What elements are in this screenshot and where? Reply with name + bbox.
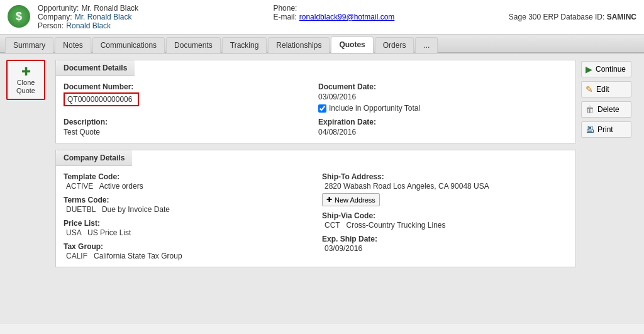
delete-icon: 🗑 <box>586 104 594 114</box>
template-code-label: Template Code: <box>64 172 309 181</box>
header-db: Sage 300 ERP Database ID: SAMINC <box>509 13 636 21</box>
doc-date-field: Document Date: 03/09/2016 Include in Opp… <box>318 82 568 113</box>
clone-icon: ✚ <box>10 65 42 79</box>
new-address-button[interactable]: ✚ New Address <box>322 193 380 206</box>
doc-number-value: QT0000000000006 <box>64 92 139 106</box>
opportunity-label: Opportunity: <box>38 4 79 13</box>
price-list-field: Price List: USA US Price List <box>64 219 309 237</box>
ship-via-label: Ship-Via Code: <box>322 211 568 220</box>
print-button[interactable]: 🖶 Print <box>581 121 631 138</box>
db-label: Sage 300 ERP Database ID: <box>509 13 605 21</box>
ship-to-label: Ship-To Address: <box>322 172 568 181</box>
doc-number-field: Document Number: QT0000000000006 <box>64 82 313 113</box>
tab-tracking[interactable]: Tracking <box>222 37 267 53</box>
company-details-tab: Company Details <box>56 150 132 166</box>
clone-quote-label: Clone Quote <box>10 79 42 95</box>
app-logo: $ <box>8 5 30 28</box>
right-panel: ▶ Continue ✎ Edit 🗑 Delete 🖶 Print <box>581 60 638 318</box>
tab-summary[interactable]: Summary <box>5 37 53 53</box>
description-field: Description: Test Quote <box>64 118 313 136</box>
tabs-bar: Summary Notes Communications Documents T… <box>0 35 644 53</box>
email-value[interactable]: ronaldblack99@hotmail.com <box>299 13 395 21</box>
ship-to-field: Ship-To Address: 2820 Wabash Road Los An… <box>322 172 568 206</box>
tab-documents[interactable]: Documents <box>166 37 221 53</box>
company-details-content: Template Code: ACTIVE Active orders Term… <box>56 166 575 267</box>
continue-label: Continue <box>596 65 626 74</box>
continue-icon: ▶ <box>586 64 592 74</box>
company-left: Template Code: ACTIVE Active orders Term… <box>64 172 309 260</box>
tax-group-label: Tax Group: <box>64 242 309 251</box>
edit-label: Edit <box>596 85 609 94</box>
ship-via-field: Ship-Via Code: CCT Cross-Country Truckin… <box>322 211 568 230</box>
price-list-label: Price List: <box>64 219 309 228</box>
company-label: Company: <box>38 13 72 21</box>
tab-more[interactable]: ... <box>415 37 438 53</box>
phone-label: Phone: <box>273 4 297 13</box>
left-panel: ✚ Clone Quote <box>6 60 50 318</box>
header: $ Opportunity: Mr. Ronald Black Company:… <box>0 0 644 35</box>
doc-number-label: Document Number: <box>64 82 313 91</box>
exp-ship-label: Exp. Ship Date: <box>322 235 568 243</box>
person-link[interactable]: Ronald Black <box>66 21 111 30</box>
terms-code-value: DUETBL Due by Invoice Date <box>64 205 309 214</box>
new-address-icon: ✚ <box>326 196 332 204</box>
edit-icon: ✎ <box>586 84 593 94</box>
include-opportunity-label: Include in Opportunity Total <box>329 104 420 113</box>
template-code-value: ACTIVE Active orders <box>64 182 309 191</box>
document-details-tab: Document Details <box>56 60 135 76</box>
description-label: Description: <box>64 118 313 126</box>
delete-button[interactable]: 🗑 Delete <box>581 101 631 118</box>
exp-ship-value: 03/09/2016 <box>322 244 568 253</box>
price-list-value: USA US Price List <box>64 228 309 237</box>
db-value: SAMINC <box>607 13 636 21</box>
doc-date-value: 03/09/2016 <box>318 92 568 101</box>
clone-quote-button[interactable]: ✚ Clone Quote <box>6 60 45 100</box>
include-opportunity-checkbox[interactable] <box>318 104 326 113</box>
tab-quotes[interactable]: Quotes <box>331 36 373 53</box>
continue-button[interactable]: ▶ Continue <box>581 61 631 77</box>
tab-orders[interactable]: Orders <box>375 37 414 53</box>
expiration-value: 04/08/2016 <box>318 128 568 136</box>
company-details-panel: Company Details Template Code: ACTIVE Ac… <box>55 150 576 267</box>
document-details-content: Document Number: QT0000000000006 Documen… <box>56 76 575 143</box>
tab-relationships[interactable]: Relationships <box>268 37 330 53</box>
document-details-panel: Document Details Document Number: QT0000… <box>55 60 576 143</box>
expiration-label: Expiration Date: <box>318 118 568 126</box>
exp-ship-field: Exp. Ship Date: 03/09/2016 <box>322 235 568 253</box>
main-area: ✚ Clone Quote Document Details Documen <box>0 53 644 324</box>
new-address-label: New Address <box>335 196 375 204</box>
description-value: Test Quote <box>64 128 313 136</box>
ship-to-value: 2820 Wabash Road Los Angeles, CA 90048 U… <box>322 182 568 191</box>
tab-communications[interactable]: Communications <box>92 37 165 53</box>
ship-via-value: CCT Cross-Country Trucking Lines <box>322 221 568 230</box>
tax-group-field: Tax Group: CALIF California State Tax Gr… <box>64 242 309 260</box>
terms-code-field: Terms Code: DUETBL Due by Invoice Date <box>64 196 309 214</box>
tab-notes[interactable]: Notes <box>55 37 91 53</box>
doc-date-label: Document Date: <box>318 82 568 91</box>
expiration-field: Expiration Date: 04/08/2016 <box>318 118 568 136</box>
company-link[interactable]: Mr. Ronald Black <box>75 13 132 21</box>
center-panel: Document Details Document Number: QT0000… <box>55 60 576 318</box>
opportunity-value: Mr. Ronald Black <box>81 4 138 13</box>
terms-code-label: Terms Code: <box>64 196 309 204</box>
template-code-field: Template Code: ACTIVE Active orders <box>64 172 309 191</box>
header-info: Opportunity: Mr. Ronald Black Company: M… <box>38 4 265 30</box>
person-label: Person: <box>38 21 64 30</box>
edit-button[interactable]: ✎ Edit <box>581 81 631 97</box>
company-right: Ship-To Address: 2820 Wabash Road Los An… <box>322 172 568 260</box>
delete-label: Delete <box>597 105 619 114</box>
header-contact: Phone: E-mail: ronaldblack99@hotmail.com <box>273 4 501 21</box>
tax-group-value: CALIF California State Tax Group <box>64 252 309 260</box>
print-icon: 🖶 <box>586 125 594 135</box>
print-label: Print <box>597 125 613 134</box>
email-label: E-mail: <box>273 13 296 21</box>
